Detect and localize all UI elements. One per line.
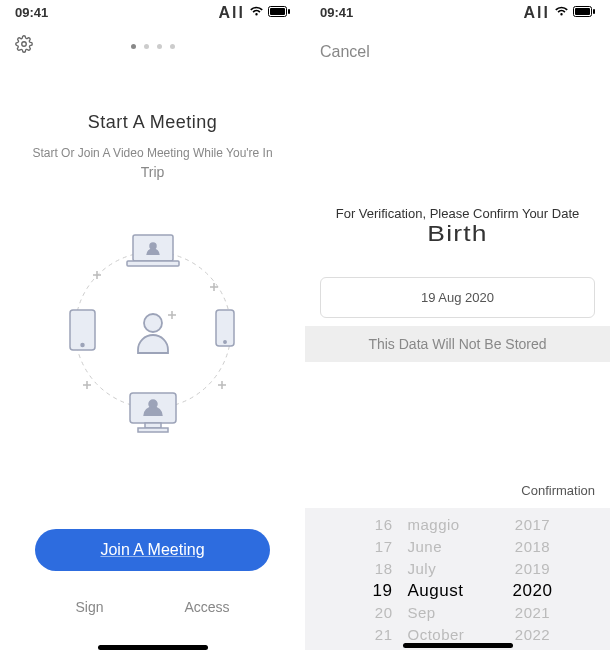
picker-value[interactable]: 16 (353, 514, 393, 536)
welcome-subtitle-2: Trip (15, 164, 290, 180)
status-bar: 09:41 All (0, 0, 305, 25)
welcome-subtitle: Start Or Join A Video Meeting While You'… (15, 145, 290, 162)
wifi-icon (249, 5, 264, 20)
picker-value[interactable]: 20 (353, 602, 393, 624)
date-picker[interactable]: 161718192021 maggioJuneJulyAugustSepOcto… (305, 508, 610, 650)
picker-value[interactable]: July (408, 558, 488, 580)
svg-rect-19 (593, 9, 595, 14)
picker-value[interactable]: August (408, 580, 488, 602)
picker-value[interactable]: 2022 (515, 624, 550, 646)
storage-note: This Data Will Not Be Stored (305, 326, 610, 362)
bottom-actions: Join A Meeting Sign Access (0, 529, 305, 650)
picker-value[interactable]: 21 (353, 624, 393, 646)
svg-point-3 (22, 42, 27, 47)
picker-value[interactable]: maggio (408, 514, 488, 536)
home-indicator[interactable] (403, 643, 513, 648)
carrier-label: All (524, 4, 550, 22)
svg-point-7 (150, 243, 156, 249)
verification-screen: 09:41 All Cancel For Verification, Pleas… (305, 0, 610, 660)
svg-rect-18 (575, 8, 590, 15)
svg-rect-16 (138, 428, 168, 432)
wifi-icon (554, 5, 569, 20)
svg-point-12 (144, 314, 162, 332)
battery-icon (268, 5, 290, 20)
welcome-screen: 09:41 All Start A Meeting Start Or Join … (0, 0, 305, 660)
verification-title: Birth (305, 221, 610, 247)
year-column[interactable]: 201720182019202020212022 (503, 514, 563, 646)
picker-value[interactable]: 19 (353, 580, 393, 602)
picker-value[interactable]: 2019 (515, 558, 550, 580)
month-column[interactable]: maggioJuneJulyAugustSepOctober (408, 514, 488, 646)
verification-line: For Verification, Please Confirm Your Da… (315, 206, 600, 221)
selected-date-display[interactable]: 19 Aug 2020 (320, 277, 595, 318)
picker-value[interactable]: Sep (408, 602, 488, 624)
home-indicator[interactable] (98, 645, 208, 650)
gear-icon[interactable] (15, 35, 33, 57)
day-column[interactable]: 161718192021 (353, 514, 393, 646)
meeting-illustration (0, 215, 305, 445)
cancel-button[interactable]: Cancel (320, 43, 370, 60)
picker-value[interactable]: 2018 (515, 536, 550, 558)
battery-icon (573, 5, 595, 20)
dot (157, 44, 162, 49)
status-indicators: All (524, 4, 595, 22)
svg-rect-6 (127, 261, 179, 266)
svg-point-11 (223, 341, 225, 343)
carrier-label: All (219, 4, 245, 22)
dot (170, 44, 175, 49)
welcome-title: Start A Meeting (15, 112, 290, 133)
picker-value[interactable]: 17 (353, 536, 393, 558)
picker-value[interactable]: 2020 (513, 580, 553, 602)
access-link[interactable]: Access (184, 599, 229, 615)
picker-value[interactable]: 18 (353, 558, 393, 580)
svg-rect-2 (288, 9, 290, 14)
status-indicators: All (219, 4, 290, 22)
dot (131, 44, 136, 49)
picker-value[interactable]: 2017 (515, 514, 550, 536)
picker-value[interactable]: June (408, 536, 488, 558)
welcome-text: Start A Meeting Start Or Join A Video Me… (0, 112, 305, 180)
verification-prompt: For Verification, Please Confirm Your Da… (305, 206, 610, 247)
svg-rect-1 (270, 8, 285, 15)
join-meeting-button[interactable]: Join A Meeting (35, 529, 270, 571)
status-time: 09:41 (320, 5, 353, 20)
confirmation-link[interactable]: Confirmation (521, 483, 595, 498)
status-time: 09:41 (15, 5, 48, 20)
top-controls (0, 25, 305, 57)
status-bar: 09:41 All (305, 0, 610, 25)
picker-value[interactable]: 2021 (515, 602, 550, 624)
svg-point-9 (81, 343, 84, 346)
page-indicator (131, 44, 175, 49)
sign-link[interactable]: Sign (75, 599, 103, 615)
dot (144, 44, 149, 49)
